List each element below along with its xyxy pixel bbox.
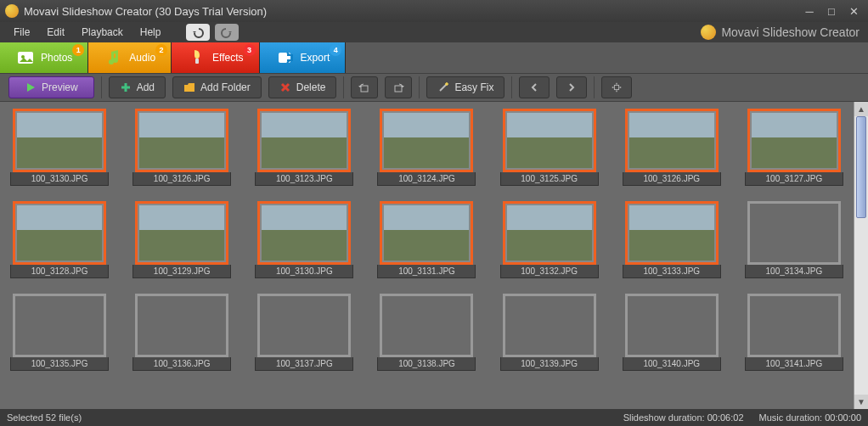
status-music-duration: Music duration: 00:00:00 <box>759 412 861 423</box>
add-label: Add <box>137 81 155 93</box>
thumbnail-label: 100_3141.JPG <box>745 357 843 371</box>
thumbnail-item[interactable]: 100_3134.JPG <box>743 201 845 278</box>
brand-label: Movavi Slideshow Creator <box>721 25 860 39</box>
thumbnail-image[interactable] <box>625 294 719 357</box>
thumbnail-image[interactable] <box>747 201 841 265</box>
easy-fix-button[interactable]: Easy Fix <box>426 76 504 98</box>
svg-rect-6 <box>615 85 619 89</box>
thumbnail-image-content <box>17 113 102 168</box>
menu-file[interactable]: File <box>5 24 38 41</box>
thumbnail-item[interactable]: 100_3130.JPG <box>253 201 355 278</box>
thumbnail-image[interactable] <box>747 294 841 357</box>
thumbnail-item[interactable]: 100_3136.JPG <box>131 294 233 371</box>
toolbar-separator <box>594 76 595 98</box>
thumbnail-image[interactable] <box>625 201 719 265</box>
next-button[interactable] <box>556 76 587 98</box>
thumbnail-item[interactable]: 100_3138.JPG <box>375 294 477 371</box>
thumbnail-image-content <box>507 205 592 261</box>
thumbnail-label: 100_3133.JPG <box>623 265 721 278</box>
undo-button[interactable] <box>186 24 210 41</box>
effects-icon <box>187 48 207 68</box>
thumbnail-item[interactable]: 100_3132.JPG <box>499 201 600 278</box>
thumbnail-image[interactable] <box>257 201 351 265</box>
scroll-up-arrow[interactable]: ▲ <box>854 102 868 116</box>
scroll-handle[interactable] <box>856 116 866 218</box>
thumbnail-item[interactable]: 100_3126.JPG <box>621 109 723 186</box>
tab-audio-label: Audio <box>129 52 155 64</box>
rotate-left-button[interactable] <box>351 76 378 98</box>
fit-icon <box>611 81 623 93</box>
svg-rect-5 <box>395 86 402 92</box>
thumbnail-image[interactable] <box>135 201 228 265</box>
thumbnail-item[interactable]: 100_3135.JPG <box>8 294 110 371</box>
thumbnail-item[interactable]: 100_3133.JPG <box>621 201 723 278</box>
thumbnail-label: 100_3140.JPG <box>623 357 721 371</box>
export-icon <box>275 48 296 68</box>
delete-icon <box>279 81 291 93</box>
scroll-track[interactable] <box>854 116 868 395</box>
rotate-left-icon <box>358 81 370 93</box>
thumbnail-item[interactable]: 100_3127.JPG <box>743 109 845 186</box>
add-button[interactable]: Add <box>109 76 166 98</box>
vertical-scrollbar[interactable]: ▲ ▼ <box>854 102 868 409</box>
thumbnail-grid-container: 100_3130.JPG100_3126.JPG100_3123.JPG100_… <box>0 102 854 409</box>
thumbnail-image[interactable] <box>380 109 473 172</box>
thumbnail-label: 100_3123.JPG <box>255 172 353 186</box>
thumbnail-item[interactable]: 100_3124.JPG <box>375 109 477 186</box>
preview-button[interactable]: Preview <box>8 76 94 98</box>
thumbnail-image[interactable] <box>13 294 106 357</box>
tab-effects[interactable]: Effects 3 <box>172 42 259 73</box>
fit-screen-button[interactable] <box>601 76 632 98</box>
thumbnail-image[interactable] <box>380 201 473 265</box>
thumbnail-image[interactable] <box>503 201 596 265</box>
thumbnail-image[interactable] <box>13 109 106 172</box>
delete-button[interactable]: Delete <box>268 76 337 98</box>
add-icon <box>120 81 132 93</box>
thumbnail-item[interactable]: 100_3139.JPG <box>499 294 600 371</box>
thumbnail-item[interactable]: 100_3125.JPG <box>499 109 600 186</box>
thumbnail-image[interactable] <box>135 294 228 357</box>
thumbnail-item[interactable]: 100_3129.JPG <box>131 201 233 278</box>
scroll-down-arrow[interactable]: ▼ <box>854 395 868 409</box>
thumbnail-image[interactable] <box>625 109 719 172</box>
add-folder-button[interactable]: Add Folder <box>172 76 262 98</box>
tab-export-label: Export <box>301 52 330 64</box>
thumbnail-item[interactable]: 100_3131.JPG <box>375 201 477 278</box>
thumbnail-label: 100_3127.JPG <box>745 172 843 186</box>
thumbnail-label: 100_3124.JPG <box>377 172 476 186</box>
add-folder-label: Add Folder <box>200 81 251 93</box>
menu-edit[interactable]: Edit <box>38 24 73 41</box>
minimize-button[interactable]: ─ <box>800 3 819 19</box>
thumbnail-image[interactable] <box>503 109 596 172</box>
thumbnail-item[interactable]: 100_3123.JPG <box>253 109 355 186</box>
close-button[interactable]: ✕ <box>844 3 863 19</box>
thumbnail-grid: 100_3130.JPG100_3126.JPG100_3123.JPG100_… <box>8 109 845 371</box>
delete-label: Delete <box>296 81 326 93</box>
prev-button[interactable] <box>519 76 550 98</box>
thumbnail-image[interactable] <box>503 294 596 357</box>
thumbnail-label: 100_3132.JPG <box>500 265 599 278</box>
tab-photos-label: Photos <box>41 52 72 64</box>
tab-audio[interactable]: Audio 2 <box>88 42 172 73</box>
tab-export[interactable]: Export 4 <box>260 42 347 73</box>
menu-help[interactable]: Help <box>132 24 170 41</box>
status-selected: Selected 52 file(s) <box>7 412 623 423</box>
menu-playback[interactable]: Playback <box>73 24 132 41</box>
redo-button[interactable] <box>215 24 239 41</box>
tab-photos[interactable]: Photos 1 <box>0 42 88 73</box>
thumbnail-item[interactable]: 100_3140.JPG <box>621 294 723 371</box>
thumbnail-item[interactable]: 100_3141.JPG <box>743 294 845 371</box>
maximize-button[interactable]: □ <box>822 3 841 19</box>
thumbnail-image-content <box>384 205 469 261</box>
rotate-right-button[interactable] <box>385 76 412 98</box>
thumbnail-item[interactable]: 100_3126.JPG <box>131 109 233 186</box>
thumbnail-image[interactable] <box>380 294 473 357</box>
thumbnail-image[interactable] <box>257 109 351 172</box>
thumbnail-image[interactable] <box>257 294 351 357</box>
thumbnail-item[interactable]: 100_3137.JPG <box>253 294 355 371</box>
thumbnail-item[interactable]: 100_3130.JPG <box>8 109 110 186</box>
thumbnail-image[interactable] <box>747 109 841 172</box>
thumbnail-item[interactable]: 100_3128.JPG <box>8 201 110 278</box>
thumbnail-image[interactable] <box>135 109 228 172</box>
thumbnail-image[interactable] <box>13 201 106 265</box>
